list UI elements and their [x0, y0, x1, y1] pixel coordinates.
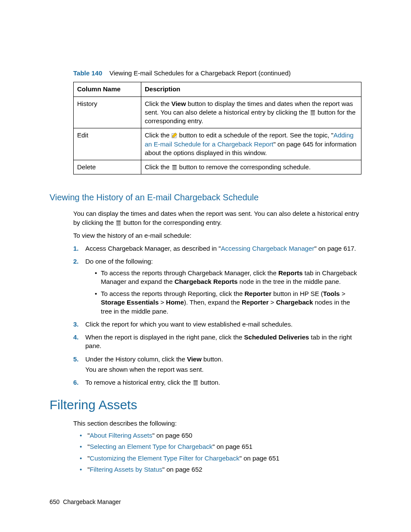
paragraph: To view the history of an e-mail schedul…	[50, 231, 361, 240]
link-list: "About Filtering Assets" on page 650 "Se…	[50, 431, 361, 474]
schedule-table: Column Name Description History Click th…	[73, 82, 361, 174]
table-title: Viewing E-mail Schedules for a Chargebac…	[109, 69, 291, 77]
link-customizing-filter[interactable]: Customizing the Element Type Filter for …	[90, 454, 239, 462]
list-item: To access the reports through Reporting,…	[95, 289, 361, 316]
trash-icon	[193, 379, 199, 385]
link-selecting-element[interactable]: Selecting an Element Type for Chargeback	[90, 443, 212, 450]
link-about-filtering[interactable]: About Filtering Assets	[90, 432, 152, 439]
steps-list: 1. Access Chargeback Manager, as describ…	[50, 244, 361, 387]
row-name: History	[74, 96, 141, 128]
table-row: Delete Click the button to remove the co…	[74, 160, 361, 174]
list-item: "About Filtering Assets" on page 650	[80, 431, 361, 440]
step-number: 2.	[73, 257, 79, 266]
table-header-description: Description	[141, 82, 361, 96]
link-accessing-manager[interactable]: Accessing Chargeback Manager	[221, 245, 314, 252]
table-caption: Table 140 Viewing E-mail Schedules for a…	[50, 69, 361, 78]
step-item: 6. To remove a historical entry, click t…	[73, 378, 361, 387]
table-row: Edit Click the button to edit a schedule…	[74, 128, 361, 160]
trash-icon	[310, 109, 316, 115]
row-description: Click the button to remove the correspon…	[141, 160, 361, 174]
table-header-column-name: Column Name	[74, 82, 141, 96]
step-number: 5.	[73, 355, 79, 364]
step-item: 5. Under the History column, click the V…	[73, 355, 361, 374]
list-item: "Filtering Assets by Status" on page 652	[80, 465, 361, 474]
step-number: 4.	[73, 333, 79, 342]
list-item: To access the reports through Chargeback…	[95, 269, 361, 286]
list-item: "Selecting an Element Type for Chargebac…	[80, 442, 361, 451]
link-filtering-status[interactable]: Filtering Assets by Status	[90, 466, 162, 473]
edit-icon	[171, 132, 177, 138]
sub-bullets: To access the reports through Chargeback…	[85, 269, 361, 316]
step-number: 3.	[73, 320, 79, 329]
step-item: 1. Access Chargeback Manager, as describ…	[73, 244, 361, 253]
document-page: Table 140 Viewing E-mail Schedules for a…	[0, 0, 411, 532]
paragraph: This section describes the following:	[50, 419, 361, 428]
page-number: 650	[50, 498, 59, 505]
row-name: Delete	[74, 160, 141, 174]
trash-icon	[171, 164, 177, 170]
paragraph: You can display the times and dates when…	[50, 209, 361, 227]
svg-rect-12	[116, 221, 121, 221]
svg-rect-1	[311, 110, 315, 111]
step-item: 2. Do one of the following: To access th…	[73, 257, 361, 316]
footer-title: Chargeback Manager	[63, 498, 121, 505]
row-name: Edit	[74, 128, 141, 160]
page-footer: 650 Chargeback Manager	[50, 498, 121, 506]
step-subtext: You are shown when the report was sent.	[85, 365, 361, 374]
row-description: Click the View button to display the tim…	[141, 96, 361, 128]
step-item: 4. When the report is displayed in the r…	[73, 333, 361, 351]
step-item: 3. Click the report for which you want t…	[73, 320, 361, 329]
list-item: "Customizing the Element Type Filter for…	[80, 454, 361, 463]
svg-rect-7	[172, 165, 177, 166]
table-row: History Click the View button to display…	[74, 96, 361, 128]
step-number: 6.	[73, 378, 79, 387]
table-number: Table 140	[73, 69, 102, 77]
row-description: Click the button to edit a schedule of t…	[141, 128, 361, 160]
trash-icon	[115, 219, 121, 225]
section-heading-filtering-assets: Filtering Assets	[50, 396, 361, 414]
svg-rect-17	[193, 380, 198, 381]
section-heading-viewing-history: Viewing the History of an E-mail Chargeb…	[50, 192, 361, 203]
step-number: 1.	[73, 244, 79, 253]
